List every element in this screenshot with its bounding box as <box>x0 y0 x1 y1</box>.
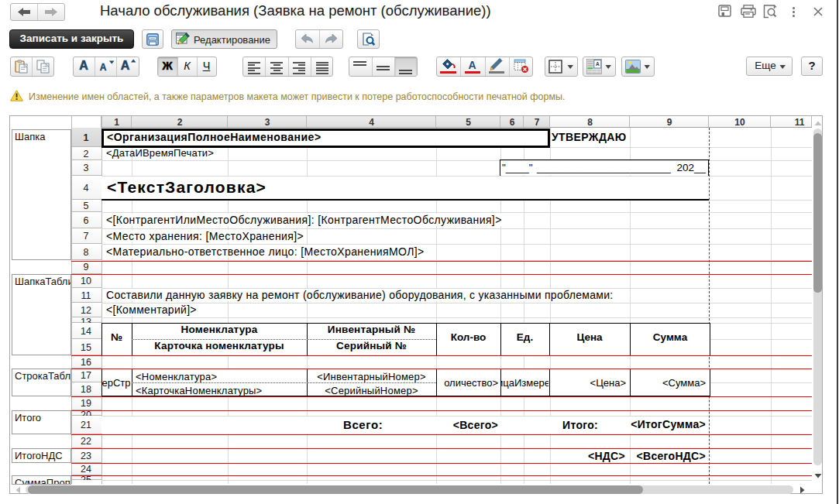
svg-text:A: A <box>596 61 600 67</box>
